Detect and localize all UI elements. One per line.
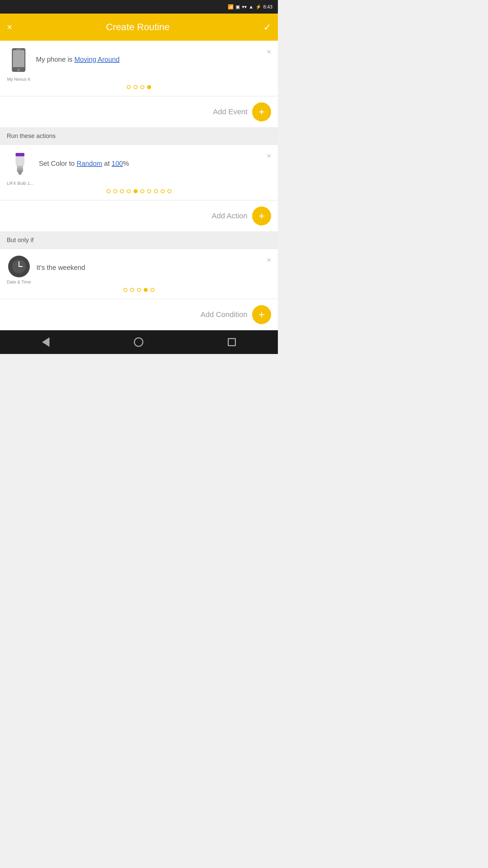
trigger-close-button[interactable]: × [267,47,271,56]
lifx-bulb-icon [12,152,28,179]
condition-dot-4-filled [144,288,148,292]
trigger-text: My phone is Moving Around [36,47,271,64]
recent-button[interactable] [228,338,236,346]
action-dot-6 [140,189,144,193]
action-dot-7 [147,189,151,193]
action-dot-2 [113,189,117,193]
action-text-suffix: % [123,160,129,167]
run-actions-section: Run these actions [0,128,278,144]
back-button[interactable] [42,337,49,347]
clock-icon [8,256,30,277]
status-bar: 📶 ▣ ▾▾ ▲ ⚡ 8:43 [0,0,278,14]
add-action-row: Add Action + [0,200,278,232]
action-text-link1[interactable]: Random [77,160,102,167]
svg-marker-9 [18,172,22,175]
condition-close-button[interactable]: × [267,256,271,264]
action-text-link2[interactable]: 100 [111,160,123,167]
page-title: Create Routine [106,22,170,33]
action-dot-9 [161,189,165,193]
phone-icon [10,47,27,75]
action-device-label: LIFX Bulb 1... [7,181,34,186]
condition-dot-1 [123,288,127,292]
but-only-if-section: But only if [0,232,278,249]
bottom-nav [0,330,278,354]
add-condition-label: Add Condition [201,310,247,319]
svg-rect-6 [17,166,23,168]
time: 8:43 [263,4,272,9]
add-event-label: Add Event [213,107,247,116]
action-dot-1 [106,189,110,193]
add-condition-button[interactable]: + [252,305,271,324]
close-button[interactable]: × [7,22,12,33]
battery-icon: ⚡ [256,4,261,9]
action-dot-10 [167,189,171,193]
add-action-label: Add Action [212,212,247,220]
signal-icon: ▲ [249,4,253,9]
svg-rect-3 [16,49,21,50]
svg-point-2 [17,68,20,71]
condition-device-label: Date & Time [7,279,31,284]
dot-2 [134,85,138,89]
condition-device-icon: Date & Time [7,256,31,284]
trigger-text-prefix: My phone is [36,56,74,63]
content: My Nexus 6 My phone is Moving Around × A… [0,41,278,330]
bluetooth-icon: 📶 [228,4,233,9]
action-dot-4 [127,189,131,193]
action-device-icon: LIFX Bulb 1... [7,152,34,186]
action-text: Set Color to Random at 100% [39,152,271,169]
action-dot-5-filled [134,189,138,193]
confirm-button[interactable]: ✓ [263,22,271,33]
trigger-dots [7,82,271,91]
action-dot-3 [120,189,124,193]
dot-4-filled [147,85,151,89]
but-only-if-label: But only if [7,237,34,243]
wifi-icon: ▾▾ [242,4,247,9]
action-dots [7,186,271,195]
action-close-button[interactable]: × [267,152,271,160]
action-dot-8 [154,189,158,193]
add-event-button[interactable]: + [252,102,271,121]
add-action-button[interactable]: + [252,206,271,225]
add-condition-row: Add Condition + [0,299,278,330]
trigger-device-label: My Nexus 6 [7,77,30,82]
condition-dots [7,284,271,293]
svg-rect-4 [16,153,24,156]
status-icons: 📶 ▣ ▾▾ ▲ ⚡ 8:43 [228,4,272,9]
action-text-middle: at [102,160,112,167]
condition-text: It's the weekend [37,256,271,273]
svg-rect-5 [16,156,24,166]
trigger-text-link[interactable]: Moving Around [74,56,119,63]
svg-rect-8 [17,170,23,172]
run-actions-label: Run these actions [7,133,56,139]
condition-dot-5 [150,288,155,292]
svg-rect-1 [13,50,24,67]
action-text-prefix: Set Color to [39,160,77,167]
home-button[interactable] [134,337,143,347]
trigger-card: My Nexus 6 My phone is Moving Around × [0,41,278,96]
trigger-device-icon: My Nexus 6 [7,47,30,82]
header: × Create Routine ✓ [0,14,278,41]
dot-1 [127,85,131,89]
action-card: LIFX Bulb 1... Set Color to Random at 10… [0,145,278,200]
vibrate-icon: ▣ [236,4,240,9]
condition-dot-2 [130,288,134,292]
condition-card: Date & Time It's the weekend × [0,249,278,299]
condition-text-content: It's the weekend [37,264,85,271]
dot-3 [140,85,144,89]
add-event-row: Add Event + [0,96,278,127]
svg-rect-7 [17,168,23,170]
condition-dot-3 [137,288,141,292]
